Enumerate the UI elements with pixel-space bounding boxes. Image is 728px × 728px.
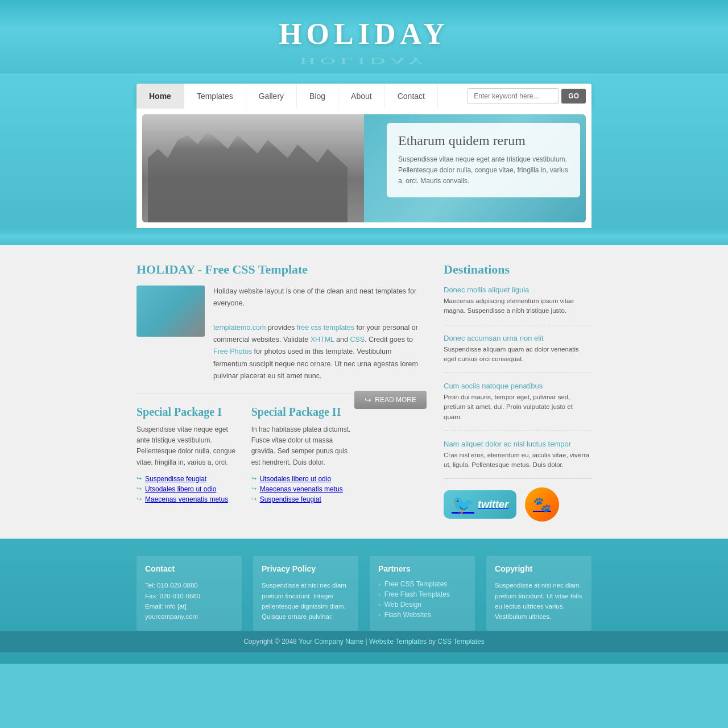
main-content: HOLIDAY - Free CSS Template Holiday webs… — [0, 245, 728, 539]
dest-item-4: Nam aliquet dolor ac nisl luctus tempor … — [444, 440, 592, 479]
package-2: Special Package II In hac habitasse plat… — [251, 406, 355, 506]
dest-item-2-title[interactable]: Donec accumsan urna non elit — [444, 334, 592, 342]
main-container: HOLIDAY - Free CSS Template Holiday webs… — [136, 262, 592, 522]
site-title: HOLIDAY — [0, 17, 728, 51]
footer-partners-list: Free CSS Templates Free Flash Templates … — [378, 580, 466, 619]
dest-item-3: Cum sociis natoque penatibus Proin dui m… — [444, 382, 592, 431]
article-text: Holiday website layout is one of the cle… — [213, 286, 427, 382]
footer-partner-4: Flash Websites — [378, 611, 466, 619]
dest-item-1-title[interactable]: Donec mollis aliquet ligula — [444, 286, 592, 294]
footer-contact: Contact Tel: 010-020-0880Fax: 020-010-06… — [136, 556, 242, 631]
dest-item-4-text: Cras nisl eros, elementum eu, iaculis vi… — [444, 450, 592, 470]
footer-container: Contact Tel: 010-020-0880Fax: 020-010-06… — [136, 556, 592, 631]
css-templates-link[interactable]: CSS Templates — [437, 638, 484, 646]
twitter-bird-icon: 🐦 — [452, 494, 474, 515]
search-input[interactable] — [468, 88, 559, 104]
dest-item-2-text: Suspendisse aliquam quam ac dolor venena… — [444, 345, 592, 365]
nav-search-area: GO — [462, 88, 592, 104]
footer: Contact Tel: 010-020-0880Fax: 020-010-06… — [0, 539, 728, 664]
footer-copyright: Copyright Suspendisse at nisi nec diam p… — [486, 556, 592, 631]
search-button[interactable]: GO — [561, 89, 586, 104]
dest-item-1-text: Maecenas adipiscing elementum ipsum vita… — [444, 296, 592, 316]
dest-item-3-title[interactable]: Cum sociis natoque penatibus — [444, 382, 592, 390]
rss-link[interactable]: 🐾 — [525, 487, 559, 522]
article-body: Holiday website layout is one of the cle… — [136, 286, 427, 382]
footer-contact-text: Tel: 010-020-0880Fax: 020-010-0660Email:… — [145, 580, 233, 622]
package-2-title: Special Package II — [251, 406, 355, 419]
dest-item-3-text: Proin dui mauris, tempor eget, pulvinar … — [444, 392, 592, 422]
nav-container: Home Templates Gallery Blog About Contac… — [136, 84, 592, 109]
site-title-reflection: HOLIDAY — [0, 56, 728, 66]
footer-partners: Partners Free CSS Templates Free Flash T… — [370, 556, 475, 631]
footer-partner-1: Free CSS Templates — [378, 580, 466, 588]
package-2-link-2[interactable]: Maecenas venenatis metus — [251, 485, 355, 493]
read-more-button[interactable]: READ MORE — [354, 391, 427, 409]
site-header: HOLIDAY HOLIDAY — [0, 0, 728, 73]
article-image — [136, 286, 205, 337]
footer-privacy: Privacy Policy Suspendisse at nisi nec d… — [253, 556, 358, 631]
section-divider — [136, 394, 354, 394]
nav-templates[interactable]: Templates — [184, 84, 246, 109]
dest-item-2: Donec accumsan urna non elit Suspendisse… — [444, 334, 592, 374]
templatemo-link[interactable]: templatemo.com — [213, 324, 266, 332]
css-link[interactable]: CSS — [350, 336, 365, 344]
footer-partners-title: Partners — [378, 564, 466, 573]
footer-partner-2-link[interactable]: Free Flash Templates — [384, 590, 450, 598]
package-1-title: Special Package I — [136, 406, 240, 419]
dest-item-4-title[interactable]: Nam aliquet dolor ac nisl luctus tempor — [444, 440, 592, 448]
footer-partner-3: Web Design — [378, 601, 466, 609]
dest-item-1: Donec mollis aliquet ligula Maecenas adi… — [444, 286, 592, 325]
social-icons: 🐦 twitter 🐾 — [444, 487, 592, 522]
footer-bottom: Copyright © 2048 Your Company Name | Web… — [0, 631, 728, 652]
footer-privacy-text: Suspendisse at nisi nec diam pretium tin… — [262, 580, 350, 622]
package-2-link-3[interactable]: Suspendisse feugiat — [251, 495, 355, 503]
package-2-list: Utsodales libero ut odio Maecenas venena… — [251, 475, 355, 503]
packages-section: Special Package I Suspendisse vitae nequ… — [136, 406, 354, 506]
free-css-link[interactable]: free css templates — [297, 324, 354, 332]
footer-partner-1-link[interactable]: Free CSS Templates — [384, 580, 448, 588]
footer-privacy-title: Privacy Policy — [262, 564, 350, 573]
hero-wrapper: Etharum quidem rerum Suspendisse vitae n… — [136, 109, 592, 228]
package-2-text: In hac habitasse platea dictumst. Fusce … — [251, 424, 355, 468]
nav-gallery[interactable]: Gallery — [246, 84, 297, 109]
teal-divider — [0, 228, 728, 245]
hero-title: Etharum quidem rerum — [398, 133, 569, 148]
hero-text: Suspendisse vitae neque eget ante tristi… — [398, 154, 569, 187]
main-left: HOLIDAY - Free CSS Template Holiday webs… — [136, 262, 427, 522]
footer-copyright-text: Suspendisse at nisi nec diam pretium tin… — [495, 580, 583, 622]
sidebar: Destinations Donec mollis aliquet ligula… — [444, 262, 592, 522]
sidebar-title: Destinations — [444, 262, 592, 277]
your-company-link[interactable]: Your Company Name — [299, 638, 363, 646]
xhtml-link[interactable]: XHTML — [311, 336, 334, 344]
package-1-link-3[interactable]: Maecenas venenatis metus — [136, 495, 240, 503]
hero-overlay: Etharum quidem rerum Suspendisse vitae n… — [387, 123, 580, 197]
nav-about[interactable]: About — [338, 84, 385, 109]
footer-contact-title: Contact — [145, 564, 233, 573]
nav-contact[interactable]: Contact — [385, 84, 438, 109]
footer-partner-3-link[interactable]: Web Design — [384, 601, 421, 609]
footer-partner-2: Free Flash Templates — [378, 590, 466, 598]
package-1-link-2[interactable]: Utsodales libero ut odio — [136, 485, 240, 493]
footer-copyright-title: Copyright — [495, 564, 583, 573]
twitter-link[interactable]: 🐦 twitter — [444, 490, 516, 519]
package-2-link-1[interactable]: Utsodales libero ut odio — [251, 475, 355, 483]
footer-partner-4-link[interactable]: Flash Websites — [384, 611, 431, 619]
website-templates-link[interactable]: Website Templates — [369, 638, 427, 646]
package-1-text: Suspendisse vitae neque eget ante tristi… — [136, 424, 240, 468]
package-1-list: Suspendisse feugiat Utsodales libero ut … — [136, 475, 240, 503]
nav-links: Home Templates Gallery Blog About Contac… — [136, 84, 462, 109]
package-1-link-1[interactable]: Suspendisse feugiat — [136, 475, 240, 483]
twitter-label: twitter — [478, 499, 508, 511]
free-photos-link[interactable]: Free Photos — [213, 348, 252, 355]
article-title: HOLIDAY - Free CSS Template — [136, 262, 427, 277]
nav-blog[interactable]: Blog — [297, 84, 338, 109]
package-1: Special Package I Suspendisse vitae nequ… — [136, 406, 240, 506]
nav-wrapper: Home Templates Gallery Blog About Contac… — [0, 73, 728, 228]
rss-icon: 🐾 — [533, 496, 551, 514]
nav-home[interactable]: Home — [136, 84, 184, 109]
hero-banner: Etharum quidem rerum Suspendisse vitae n… — [142, 114, 586, 222]
